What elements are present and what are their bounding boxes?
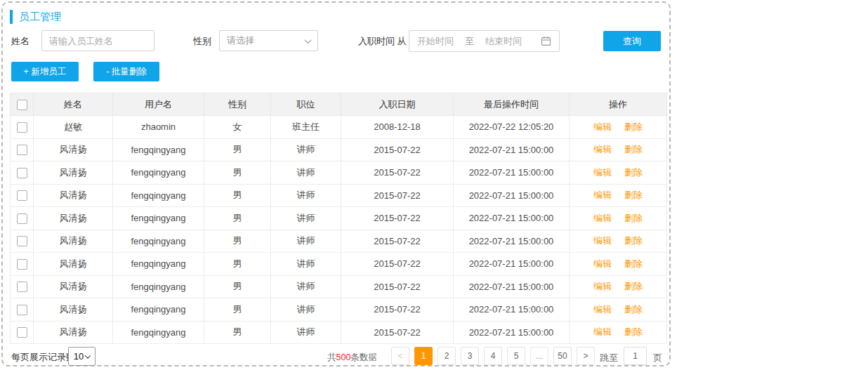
cell-actions: 编辑删除 <box>570 321 667 344</box>
edit-link[interactable]: 编辑 <box>593 121 612 132</box>
table-row: 风清扬fengqingyang男讲师2015-07-222022-07-21 1… <box>11 184 667 207</box>
add-employee-button[interactable]: + 新增员工 <box>11 62 79 81</box>
delete-link[interactable]: 删除 <box>624 190 643 200</box>
delete-link[interactable]: 删除 <box>624 213 643 223</box>
cell-last-op: 2022-07-21 15:00:00 <box>454 275 570 298</box>
row-checkbox[interactable] <box>17 190 27 201</box>
next-page-button[interactable]: > <box>577 347 595 365</box>
prev-page-button[interactable]: < <box>391 347 409 365</box>
page-button-2[interactable]: 2 <box>438 347 456 365</box>
column-header-actions: 操作 <box>570 93 667 116</box>
edit-link[interactable]: 编辑 <box>593 258 612 269</box>
cell-last-op: 2022-07-22 12:05:20 <box>454 116 570 139</box>
delete-link[interactable]: 删除 <box>624 281 643 291</box>
edit-link[interactable]: 编辑 <box>593 213 612 223</box>
cell-actions: 编辑删除 <box>570 298 667 322</box>
edit-link[interactable]: 编辑 <box>593 235 612 246</box>
chevron-down-icon <box>305 37 312 44</box>
column-header-last-op: 最后操作时间 <box>454 93 570 116</box>
page-button-3[interactable]: 3 <box>461 347 479 365</box>
batch-delete-button[interactable]: - 批量删除 <box>93 62 159 81</box>
edit-link[interactable]: 编辑 <box>593 144 612 154</box>
cell-hire-date: 2015-07-22 <box>341 161 454 185</box>
row-checkbox[interactable] <box>17 259 27 270</box>
row-checkbox[interactable] <box>17 122 27 133</box>
cell-last-op: 2022-07-21 15:00:00 <box>454 230 570 253</box>
employee-table-body: 赵敏zhaomin女班主任2008-12-182022-07-22 12:05:… <box>11 116 667 344</box>
cell-gender: 男 <box>204 253 271 276</box>
cell-gender: 男 <box>204 207 271 230</box>
chevron-down-icon <box>85 352 91 358</box>
row-checkbox[interactable] <box>17 305 27 315</box>
table-header-row: 姓名 用户名 性别 职位 入职日期 最后操作时间 操作 <box>11 93 667 116</box>
column-header-hire-date: 入职日期 <box>341 93 454 116</box>
cell-username: fengqingyang <box>113 184 204 207</box>
delete-link[interactable]: 删除 <box>624 121 643 132</box>
cell-position: 讲师 <box>271 321 341 344</box>
cell-name: 风清扬 <box>34 253 113 276</box>
page-button-4[interactable]: 4 <box>484 347 502 365</box>
column-header-username: 用户名 <box>113 93 204 116</box>
page-button-50[interactable]: 50 <box>553 347 572 365</box>
table-row: 风清扬fengqingyang男讲师2015-07-222022-07-21 1… <box>11 275 667 298</box>
name-input[interactable] <box>41 30 154 51</box>
gender-label: 性别 <box>193 31 211 52</box>
cell-username: fengqingyang <box>113 161 204 185</box>
delete-link[interactable]: 删除 <box>624 167 643 178</box>
row-checkbox[interactable] <box>17 145 27 155</box>
page-size-value: 10 <box>74 351 84 362</box>
row-checkbox[interactable] <box>17 282 27 292</box>
edit-link[interactable]: 编辑 <box>593 326 612 337</box>
cell-position: 讲师 <box>271 253 341 276</box>
page-title: 员工管理 <box>19 11 61 24</box>
pager: <12345...50> <box>391 347 595 365</box>
edit-link[interactable]: 编辑 <box>593 190 612 200</box>
page-ellipsis[interactable]: ... <box>530 347 548 365</box>
date-start-placeholder: 开始时间 <box>417 35 454 48</box>
cell-gender: 男 <box>204 230 271 253</box>
edit-link[interactable]: 编辑 <box>593 304 612 315</box>
delete-link[interactable]: 删除 <box>624 258 643 269</box>
total-count: 500 <box>336 352 351 362</box>
cell-last-op: 2022-07-21 15:00:00 <box>454 184 570 207</box>
select-all-checkbox[interactable] <box>17 100 27 110</box>
cell-last-op: 2022-07-21 15:00:00 <box>454 138 570 161</box>
table-row: 风清扬fengqingyang男讲师2015-07-222022-07-21 1… <box>11 253 667 276</box>
edit-link[interactable]: 编辑 <box>593 281 612 291</box>
cell-username: fengqingyang <box>113 275 204 298</box>
delete-link[interactable]: 删除 <box>624 235 643 246</box>
cell-hire-date: 2015-07-22 <box>341 321 454 344</box>
page-button-1[interactable]: 1 <box>414 347 433 365</box>
cell-position: 讲师 <box>271 161 341 185</box>
row-checkbox[interactable] <box>17 236 27 246</box>
gender-select[interactable]: 请选择 <box>219 30 318 51</box>
delete-link[interactable]: 删除 <box>624 326 643 337</box>
edit-link[interactable]: 编辑 <box>593 167 612 178</box>
gender-select-value: 请选择 <box>227 34 254 47</box>
column-header-name: 姓名 <box>34 93 113 116</box>
row-checkbox[interactable] <box>17 168 27 178</box>
cell-gender: 男 <box>204 161 271 185</box>
cell-name: 风清扬 <box>34 207 113 230</box>
employee-table: 姓名 用户名 性别 职位 入职日期 最后操作时间 操作 赵敏zhaomin女班主… <box>10 93 667 344</box>
delete-link[interactable]: 删除 <box>624 304 643 315</box>
page-size-select[interactable]: 10 <box>68 347 96 366</box>
total-prefix: 共 <box>327 352 336 362</box>
cell-name: 赵敏 <box>34 116 113 139</box>
row-checkbox[interactable] <box>17 327 27 338</box>
table-row: 风清扬fengqingyang男讲师2015-07-222022-07-21 1… <box>11 207 667 230</box>
cell-position: 班主任 <box>271 116 341 139</box>
table-row: 风清扬fengqingyang男讲师2015-07-222022-07-21 1… <box>11 298 667 322</box>
cell-actions: 编辑删除 <box>570 138 667 161</box>
pagination-bar: 每页展示记录数 10 共500条数据 <12345...50> 跳至 页 <box>10 346 666 367</box>
delete-link[interactable]: 删除 <box>624 144 643 154</box>
page-button-5[interactable]: 5 <box>507 347 525 365</box>
per-page-label: 每页展示记录数 <box>11 351 75 364</box>
date-end-placeholder: 结束时间 <box>485 35 522 48</box>
search-button[interactable]: 查询 <box>603 31 661 51</box>
row-checkbox[interactable] <box>17 213 27 224</box>
employee-management-panel: 员工管理 姓名 性别 请选择 入职时间 从 开始时间 至 结束时间 查询 + 新… <box>1 1 671 366</box>
date-separator: 至 <box>465 35 474 48</box>
jump-page-input[interactable] <box>624 347 647 365</box>
hire-date-range-picker[interactable]: 开始时间 至 结束时间 <box>409 30 560 52</box>
